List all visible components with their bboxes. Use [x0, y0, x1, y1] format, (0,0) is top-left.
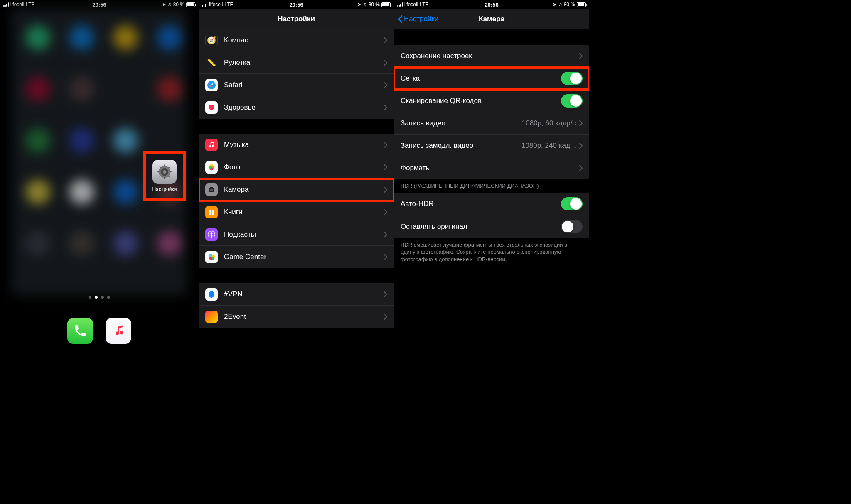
carrier-label: lifecell — [209, 2, 223, 7]
svg-point-7 — [209, 166, 212, 169]
row-label: Сетка — [401, 74, 561, 83]
battery-icon — [577, 2, 586, 7]
chevron-right-icon — [384, 37, 387, 43]
row-label: Форматы — [401, 164, 579, 172]
nav-header: Настройки — [199, 9, 394, 29]
status-time: 20:56 — [289, 2, 303, 8]
camera-settings-screen: lifecell LTE 20:56 ➤ ♫ 80 % Настройки Ка… — [394, 0, 589, 349]
ruler-icon: 📏 — [205, 56, 218, 69]
settings-row-vpn[interactable]: #VPN — [199, 283, 394, 306]
row-label: Компас — [224, 36, 384, 44]
settings-row-ruler[interactable]: 📏 Рулетка — [199, 51, 394, 74]
back-label: Настройки — [404, 15, 438, 23]
carrier-label: lifecell — [404, 2, 418, 7]
gear-icon — [152, 160, 177, 184]
row-label: Safari — [224, 81, 384, 89]
row-record-video[interactable]: Запись видео 1080p, 60 кадр/с — [394, 112, 589, 135]
network-label: LTE — [224, 2, 233, 7]
settings-app-icon[interactable]: Настройки — [144, 152, 185, 200]
nav-title: Камера — [479, 15, 504, 23]
nav-header: Настройки Камера — [394, 9, 589, 29]
chevron-right-icon — [384, 254, 387, 260]
chevron-right-icon — [384, 60, 387, 66]
headphones-icon: ♫ — [168, 2, 172, 7]
battery-pct: 80 % — [173, 2, 184, 7]
settings-row-books[interactable]: Книги — [199, 201, 394, 223]
row-preserve-settings[interactable]: Сохранение настроек — [394, 45, 589, 67]
settings-row-podcasts[interactable]: Подкасты — [199, 223, 394, 246]
svg-point-13 — [212, 257, 214, 260]
row-formats[interactable]: Форматы — [394, 157, 589, 179]
chevron-right-icon — [384, 187, 387, 193]
back-button[interactable]: Настройки — [397, 15, 438, 23]
settings-row-2event[interactable]: 2Event — [199, 306, 394, 328]
settings-root-screen: lifecell LTE 20:56 ➤ ♫ 80 % Настройки 🧭 … — [199, 0, 394, 349]
row-auto-hdr[interactable]: Авто-HDR — [394, 193, 589, 215]
hdr-footer-text: HDR смешивает лучшие фрагменты трех отде… — [394, 238, 589, 270]
gamecenter-icon — [205, 251, 218, 263]
auto-hdr-toggle[interactable] — [561, 197, 583, 210]
battery-pct: 80 % — [564, 2, 575, 7]
settings-app-label: Настройки — [152, 186, 177, 192]
settings-row-compass[interactable]: 🧭 Компас — [199, 29, 394, 51]
row-label: 2Event — [224, 313, 384, 321]
row-grid[interactable]: Сетка — [394, 67, 589, 90]
headphones-icon: ♫ — [363, 2, 367, 7]
chevron-right-icon — [384, 314, 387, 320]
dock — [0, 318, 199, 344]
books-icon — [205, 206, 218, 218]
qr-toggle[interactable] — [561, 94, 583, 108]
chevron-right-icon — [384, 142, 387, 148]
chevron-right-icon — [384, 82, 387, 88]
camera-icon — [205, 183, 218, 196]
chevron-right-icon — [384, 164, 387, 170]
row-label: Сканирование QR-кодов — [401, 97, 561, 105]
music-app-icon[interactable] — [106, 318, 131, 344]
chevron-right-icon — [384, 232, 387, 237]
headphones-icon: ♫ — [558, 2, 562, 7]
settings-row-health[interactable]: Здоровье — [199, 96, 394, 119]
chevron-right-icon — [384, 105, 387, 110]
health-icon — [205, 101, 218, 114]
nav-title: Настройки — [278, 15, 315, 23]
hdr-section-header: HDR (РАСШИРЕННЫЙ ДИНАМИЧЕСКИЙ ДИАПАЗОН) — [394, 179, 589, 193]
chevron-right-icon — [579, 165, 583, 171]
phone-app-icon[interactable] — [67, 318, 93, 344]
row-label: Game Center — [224, 253, 384, 261]
status-time: 20:56 — [92, 2, 106, 8]
home-screen: lifecell LTE 20:56 ➤ ♫ 80 % Настройки — [0, 0, 199, 349]
row-label: Камера — [224, 186, 384, 194]
settings-row-music[interactable]: Музыка — [199, 134, 394, 156]
chevron-right-icon — [579, 143, 583, 149]
compass-icon: 🧭 — [205, 34, 218, 46]
settings-row-gamecenter[interactable]: Game Center — [199, 246, 394, 268]
row-label: Музыка — [224, 141, 384, 149]
svg-point-2 — [163, 170, 166, 174]
row-record-slomo[interactable]: Запись замедл. видео 1080p, 240 кад... — [394, 135, 589, 157]
row-label: Сохранение настроек — [401, 52, 579, 60]
page-indicator[interactable] — [89, 296, 110, 299]
row-label: Рулетка — [224, 59, 384, 67]
row-scan-qr[interactable]: Сканирование QR-кодов — [394, 90, 589, 112]
row-keep-original[interactable]: Оставлять оригинал — [394, 215, 589, 238]
status-bar: lifecell LTE 20:56 ➤ ♫ 80 % — [394, 0, 589, 9]
carrier-label: lifecell — [10, 2, 24, 7]
grid-toggle[interactable] — [561, 72, 583, 85]
status-time: 20:56 — [485, 2, 498, 8]
keep-original-toggle[interactable] — [561, 220, 583, 233]
location-icon: ➤ — [553, 2, 557, 7]
music-icon — [205, 139, 218, 151]
battery-pct: 80 % — [369, 2, 380, 7]
settings-row-photos[interactable]: Фото — [199, 156, 394, 179]
row-label: Запись видео — [401, 119, 522, 127]
row-value: 1080p, 240 кад... — [521, 142, 576, 150]
settings-row-safari[interactable]: Safari — [199, 74, 394, 96]
settings-row-camera[interactable]: Камера — [199, 179, 394, 201]
row-label: Запись замедл. видео — [401, 142, 521, 150]
photos-icon — [205, 161, 218, 174]
row-label: #VPN — [224, 290, 384, 298]
row-label: Авто-HDR — [401, 200, 561, 208]
signal-icon — [3, 2, 9, 7]
location-icon: ➤ — [162, 2, 166, 7]
signal-icon — [202, 2, 207, 7]
